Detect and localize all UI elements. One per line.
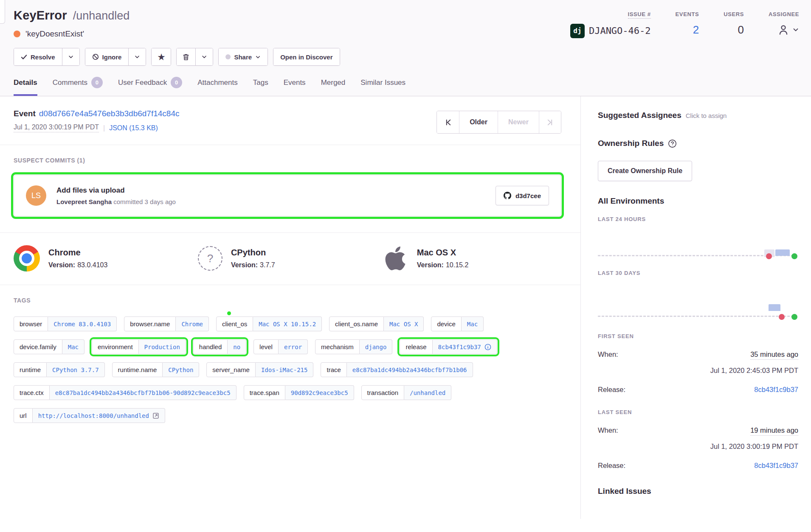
ignore-button[interactable]: Ignore xyxy=(85,48,129,65)
django-project-icon: dj xyxy=(570,24,585,38)
share-button[interactable]: Share xyxy=(219,48,268,65)
tab-label: Attachments xyxy=(197,78,238,87)
first-seen-label: FIRST SEEN xyxy=(598,333,798,339)
last-seen-marker-dot xyxy=(791,253,797,259)
last-seen-when-label: When: xyxy=(598,426,618,434)
info-icon[interactable] xyxy=(484,344,491,350)
users-label: USERS xyxy=(724,11,744,17)
tag-value-link[interactable]: e8c87ba1dc494bb2a4346bcfbf7b1b06 xyxy=(347,362,473,377)
tag-key: mechanism xyxy=(315,339,360,354)
newer-event-button[interactable]: Newer xyxy=(498,111,539,133)
tag-key: trace xyxy=(321,362,346,377)
tag-value-link[interactable]: CPython xyxy=(163,362,199,377)
oldest-event-button[interactable] xyxy=(437,111,459,133)
tag-key: environment xyxy=(92,339,139,354)
resolve-button[interactable]: Resolve xyxy=(14,48,62,65)
events-label: EVENTS xyxy=(676,11,699,17)
assignee-chevron-down-icon xyxy=(792,26,799,33)
event-label: Event xyxy=(14,109,36,118)
tag-value-link[interactable]: Mac xyxy=(62,339,84,354)
tab-label: Similar Issues xyxy=(360,78,406,87)
tag-pill-environment: environment Production xyxy=(92,339,186,354)
event-id-link[interactable]: d08d7667e4a5476eb3b3db6d7f14c84c xyxy=(39,109,180,118)
tag-pill-device.family: device.family Mac xyxy=(14,339,84,354)
tag-value-link[interactable]: django xyxy=(360,339,393,354)
tag-value-link[interactable]: CPython 3.7.7 xyxy=(47,362,105,377)
tag-key: runtime.name xyxy=(112,362,163,377)
tag-value: CPython 3.7.7 xyxy=(52,367,99,373)
tag-value-link[interactable]: e8c87ba1dc494bb2a4346bcfbf7b1b06-90d892c… xyxy=(50,385,237,400)
issue-stats: ISSUE # dj DJANGO-46-2 EVENTS 2 USERS 0 … xyxy=(570,8,799,38)
issue-transaction-title: /unhandled xyxy=(73,9,130,22)
title-block: KeyError /unhandled 'keyDoesntExist' xyxy=(14,8,130,39)
tab-details[interactable]: Details xyxy=(14,77,37,96)
first-seen-release-link[interactable]: 8cb43f1c9b37 xyxy=(754,386,798,394)
tag-pill-transaction: transaction /unhandled xyxy=(361,385,452,400)
tab-similar-issues[interactable]: Similar Issues xyxy=(360,77,406,96)
help-icon[interactable] xyxy=(668,139,677,148)
older-event-button[interactable]: Older xyxy=(459,111,498,133)
tag-value-link[interactable]: Chrome xyxy=(176,316,209,331)
raw-json-link[interactable]: JSON (15.3 KB) xyxy=(109,124,158,132)
tag-value-link[interactable]: Mac xyxy=(462,316,484,331)
issue-short-id[interactable]: dj DJANGO-46-2 xyxy=(570,24,651,38)
tag-value-link[interactable]: error xyxy=(279,339,308,354)
tag-pill-client_os: client_os Mac OS X 10.15.2 xyxy=(216,316,322,331)
tag-value-link[interactable]: 90d892c9eace3bc5 xyxy=(285,385,354,400)
linked-issues-title: Linked Issues xyxy=(598,487,798,496)
events-count[interactable]: 2 xyxy=(693,22,699,37)
assignee-selector[interactable] xyxy=(777,22,799,37)
newest-event-button[interactable] xyxy=(539,111,561,133)
resolve-dropdown-button[interactable] xyxy=(62,48,79,65)
apple-icon xyxy=(382,245,408,272)
delete-dropdown-button[interactable] xyxy=(195,48,213,65)
meta-separator: | xyxy=(103,124,105,132)
tab-comments[interactable]: Comments 0 xyxy=(53,77,103,96)
tab-tags[interactable]: Tags xyxy=(253,77,268,96)
tab-attachments[interactable]: Attachments xyxy=(197,77,238,96)
bookmark-star-button[interactable]: ★ xyxy=(152,48,171,65)
tag-pill-trace.span: trace.span 90d892c9eace3bc5 xyxy=(244,385,354,400)
tab-events[interactable]: Events xyxy=(284,77,306,96)
tag-value: e8c87ba1dc494bb2a4346bcfbf7b1b06 xyxy=(352,367,467,373)
event-count-bar xyxy=(775,249,790,256)
tag-value-link[interactable]: Chrome 83.0.4103 xyxy=(48,316,117,331)
tag-value-link[interactable]: 8cb43f1c9b37 xyxy=(433,339,497,354)
tag-pill-runtime: runtime CPython 3.7.7 xyxy=(14,362,105,377)
tag-value-link[interactable]: Mac OS X 10.15.2 xyxy=(253,316,322,331)
tag-value-link[interactable]: Mac OS X xyxy=(384,316,424,331)
tag-value-link[interactable]: Idos-iMac-215 xyxy=(256,362,314,377)
ban-icon xyxy=(92,53,99,60)
tag-list: browser Chrome 83.0.4103 browser.name Ch… xyxy=(14,316,553,423)
ignore-dropdown-button[interactable] xyxy=(128,48,146,65)
stat-users: USERS 0 xyxy=(724,11,744,38)
runtime-version: 3.7.7 xyxy=(260,261,275,269)
open-in-discover-button[interactable]: Open in Discover xyxy=(273,48,339,65)
ignore-button-group: Ignore xyxy=(85,48,146,66)
issue-sidebar: Suggested Assignees Click to assign Owne… xyxy=(580,96,811,519)
tag-value-link[interactable]: /unhandled xyxy=(404,385,451,400)
tag-key: level xyxy=(253,339,279,354)
first-seen-timestamp: Jul 1, 2020 2:45:03 PM PDT xyxy=(598,367,798,375)
browser-name: Chrome xyxy=(48,248,107,258)
tab-user-feedback[interactable]: User Feedback 0 xyxy=(118,77,182,96)
create-ownership-rule-button[interactable]: Create Ownership Rule xyxy=(598,161,692,181)
events-sparkline-30d xyxy=(598,276,797,320)
commit-sha-button[interactable]: d3d7cee xyxy=(496,186,549,205)
last-seen-release-link[interactable]: 8cb43f1c9b37 xyxy=(754,462,798,470)
stat-issue-number: ISSUE # dj DJANGO-46-2 xyxy=(570,11,651,38)
last-seen-label: LAST SEEN xyxy=(598,409,798,415)
tab-merged[interactable]: Merged xyxy=(321,77,346,96)
tag-value-link[interactable]: Production xyxy=(139,339,186,354)
tag-value: Idos-iMac-215 xyxy=(261,367,308,373)
last-30-days-label: LAST 30 DAYS xyxy=(598,270,798,276)
tag-value-link[interactable]: http://localhost:8000/unhandled xyxy=(33,408,165,423)
tags-heading: TAGS xyxy=(14,297,561,304)
tag-value-link[interactable]: no xyxy=(228,339,246,354)
check-icon xyxy=(21,54,27,60)
assignee-label: ASSIGNEE xyxy=(769,11,799,17)
issue-tabs: Details Comments 0 User Feedback 0 Attac… xyxy=(0,77,811,96)
tag-value: Mac xyxy=(68,344,79,350)
external-link-icon[interactable] xyxy=(152,412,159,419)
delete-button[interactable] xyxy=(177,48,195,65)
